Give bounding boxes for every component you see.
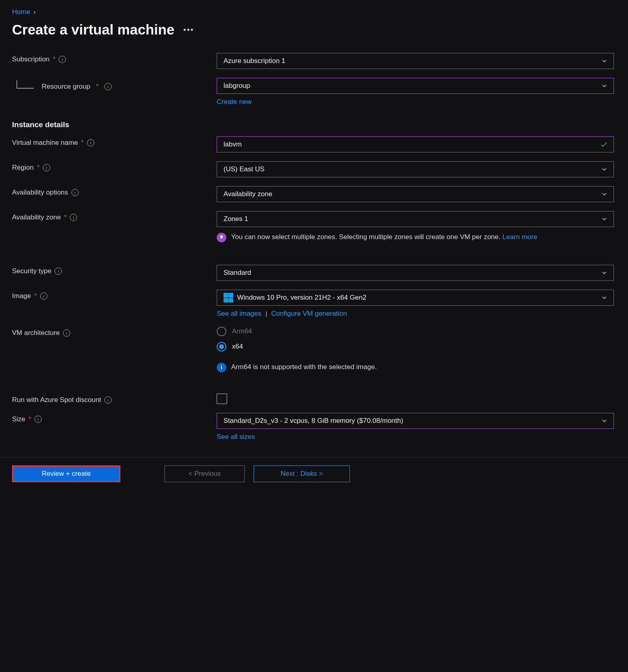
chevron-down-icon bbox=[601, 269, 608, 276]
required-asterisk: * bbox=[34, 292, 37, 300]
info-icon[interactable]: i bbox=[43, 164, 50, 171]
radio-icon bbox=[217, 342, 226, 351]
availability-zone-note: You can now select multiple zones. Selec… bbox=[231, 232, 537, 242]
see-all-sizes-link[interactable]: See all sizes bbox=[217, 433, 255, 441]
next-disks-button[interactable]: Next : Disks > bbox=[254, 465, 350, 482]
spot-discount-label: Run with Azure Spot discount bbox=[12, 396, 101, 404]
review-create-button[interactable]: Review + create bbox=[12, 465, 120, 482]
instance-details-heading: Instance details bbox=[12, 120, 616, 129]
chevron-down-icon bbox=[601, 215, 608, 223]
security-type-select[interactable]: Standard bbox=[217, 265, 614, 281]
rocket-icon bbox=[217, 233, 226, 242]
create-new-resource-group-link[interactable]: Create new bbox=[217, 98, 252, 106]
chevron-right-icon: › bbox=[33, 8, 36, 16]
size-label: Size bbox=[12, 415, 25, 423]
footer-bar: Review + create < Previous Next : Disks … bbox=[0, 457, 628, 493]
info-icon[interactable]: i bbox=[63, 329, 70, 337]
x64-radio-label: x64 bbox=[232, 343, 243, 351]
vm-architecture-note: Arm64 is not supported with the selected… bbox=[231, 362, 377, 372]
chevron-down-icon bbox=[601, 166, 608, 173]
vm-architecture-radio-group: Arm64 x64 bbox=[217, 327, 614, 351]
chevron-down-icon bbox=[601, 57, 608, 65]
windows-icon bbox=[224, 293, 233, 303]
resource-group-label: Resource group bbox=[42, 83, 90, 91]
availability-zone-label: Availability zone bbox=[12, 213, 61, 221]
availability-options-select[interactable]: Availability zone bbox=[217, 186, 614, 202]
security-type-value: Standard bbox=[224, 269, 251, 277]
info-icon[interactable]: i bbox=[71, 189, 79, 196]
availability-zone-value: Zones 1 bbox=[224, 215, 248, 223]
configure-vm-generation-link[interactable]: Configure VM generation bbox=[271, 310, 347, 317]
chevron-down-icon bbox=[601, 417, 608, 424]
previous-button[interactable]: < Previous bbox=[165, 465, 245, 482]
required-asterisk: * bbox=[81, 139, 84, 147]
chevron-down-icon bbox=[601, 191, 608, 198]
see-all-images-link[interactable]: See all images bbox=[217, 310, 262, 317]
region-value: (US) East US bbox=[224, 165, 264, 173]
vm-architecture-label: VM architecture bbox=[12, 329, 60, 337]
region-label: Region bbox=[12, 164, 34, 172]
info-icon[interactable]: i bbox=[87, 139, 94, 146]
radio-icon bbox=[217, 327, 226, 336]
image-select[interactable]: Windows 10 Pro, version 21H2 - x64 Gen2 bbox=[217, 290, 614, 306]
size-value: Standard_D2s_v3 - 2 vcpus, 8 GiB memory … bbox=[224, 417, 403, 425]
security-type-label: Security type bbox=[12, 267, 51, 275]
arm64-radio: Arm64 bbox=[217, 327, 614, 336]
required-asterisk: * bbox=[28, 415, 31, 423]
required-asterisk: * bbox=[64, 213, 67, 221]
availability-options-label: Availability options bbox=[12, 189, 68, 197]
required-asterisk: * bbox=[53, 55, 56, 63]
info-badge-icon: i bbox=[217, 363, 226, 372]
info-icon[interactable]: i bbox=[104, 396, 112, 404]
vm-name-value: labvm bbox=[224, 140, 242, 148]
region-select[interactable]: (US) East US bbox=[217, 161, 614, 177]
availability-zone-select[interactable]: Zones 1 bbox=[217, 211, 614, 227]
tree-connector-icon bbox=[12, 80, 36, 93]
info-icon[interactable]: i bbox=[70, 214, 77, 221]
spot-discount-checkbox[interactable] bbox=[217, 394, 227, 404]
resource-group-value: labgroup bbox=[224, 82, 250, 90]
chevron-down-icon bbox=[601, 294, 608, 301]
info-icon[interactable]: i bbox=[35, 416, 42, 423]
info-icon[interactable]: i bbox=[104, 83, 112, 90]
resource-group-select[interactable]: labgroup bbox=[217, 78, 614, 94]
subscription-select[interactable]: Azure subscription 1 bbox=[217, 53, 614, 69]
vm-name-input[interactable]: labvm bbox=[217, 136, 614, 152]
info-icon[interactable]: i bbox=[40, 292, 47, 300]
availability-options-value: Availability zone bbox=[224, 190, 272, 198]
check-icon bbox=[600, 140, 608, 148]
breadcrumb-home-link[interactable]: Home bbox=[12, 8, 30, 16]
subscription-value: Azure subscription 1 bbox=[224, 57, 285, 65]
size-select[interactable]: Standard_D2s_v3 - 2 vcpus, 8 GiB memory … bbox=[217, 413, 614, 429]
image-label: Image bbox=[12, 292, 31, 300]
learn-more-link[interactable]: Learn more bbox=[502, 233, 537, 241]
separator: | bbox=[266, 310, 267, 317]
required-asterisk: * bbox=[37, 164, 40, 172]
arm64-radio-label: Arm64 bbox=[232, 327, 252, 335]
info-icon[interactable]: i bbox=[55, 268, 62, 275]
page-title: Create a virtual machine bbox=[12, 22, 175, 38]
breadcrumb: Home › bbox=[12, 8, 616, 16]
x64-radio[interactable]: x64 bbox=[217, 342, 614, 351]
image-value: Windows 10 Pro, version 21H2 - x64 Gen2 bbox=[237, 294, 366, 302]
chevron-down-icon bbox=[601, 82, 608, 89]
subscription-label: Subscription bbox=[12, 55, 50, 63]
required-asterisk: * bbox=[96, 83, 99, 91]
more-actions-button[interactable]: ••• bbox=[183, 25, 194, 35]
info-icon[interactable]: i bbox=[59, 56, 66, 63]
vm-name-label: Virtual machine name bbox=[12, 139, 78, 147]
